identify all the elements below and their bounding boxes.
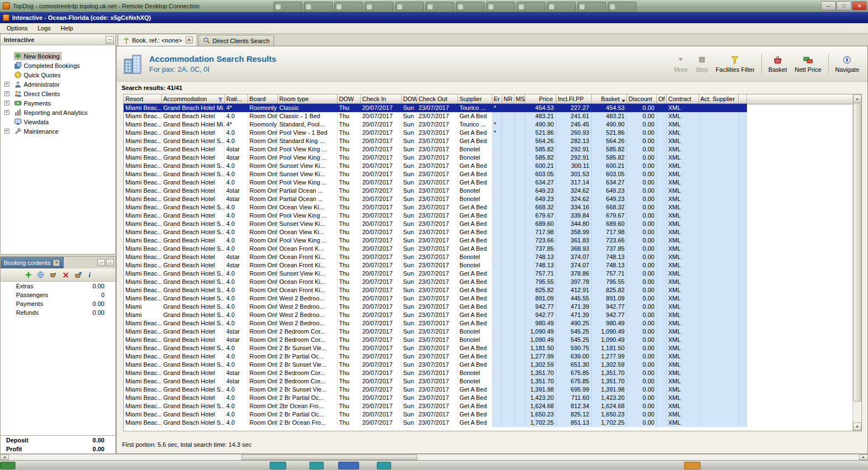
restore-panel-icon[interactable]: □ [106,259,114,266]
table-row[interactable]: Miami Beac...Grand Beach Hotel4.0Room On… [124,129,746,137]
column-header-nr[interactable]: NR [502,94,514,104]
sidebar-item-completed-bookings[interactable]: Completed Bookings [1,61,115,70]
table-row[interactable]: Miami Beac...Grand Beach Hotel S...4.0Ro… [124,294,746,303]
close-icon[interactable]: ✕ [852,1,867,10]
scroll-right-icon[interactable]: ► [859,455,868,460]
table-row[interactable]: Miami Beac...Grand Beach Hotel S...4.0Ro… [124,137,746,145]
stop-button[interactable]: Stop [692,53,712,75]
background-window-tab[interactable] [547,2,576,12]
globe-button[interactable] [37,271,44,278]
expand-plus-icon[interactable]: + [4,82,9,87]
filter-icon[interactable] [218,96,223,104]
background-window-tab[interactable] [608,2,636,12]
table-row[interactable]: Miami Beac...Grand Beach Hotel4.0Room On… [124,212,746,220]
table-row[interactable]: Miami Beac...Grand Beach Hotel S...4.0Ro… [124,245,746,253]
basket-button[interactable]: Basket [765,53,791,75]
table-row[interactable]: MiamiGrand Beach Hotel S...4.0Room OnlyW… [124,311,746,319]
table-row[interactable]: Miami Beac...Grand Beach Hotel4starRoom … [124,369,746,377]
table-row[interactable]: Miami Beac...Grand Beach Hotel S...4.0Ro… [124,170,746,178]
column-header-board[interactable]: Board [248,94,277,104]
table-row[interactable]: Miami Beac...Grand Beach Hotel S...4.0Ro… [124,319,746,328]
nett-price-button[interactable]: Nett Price [791,53,825,75]
background-window-tab[interactable] [456,2,485,12]
table-row[interactable]: Miami Beac...Grand Beach Hotel4.0Room On… [124,178,746,187]
sidebar-item-direct-clients[interactable]: +Direct Clients [1,89,115,98]
delete-button[interactable] [62,272,69,278]
background-window-tab[interactable] [425,2,454,12]
background-window-tab[interactable] [273,2,302,12]
column-header-accommodation[interactable]: Accommodation [161,94,224,104]
column-header-price[interactable]: Price [525,94,556,104]
background-window-tab[interactable] [334,2,363,12]
basket-up-button[interactable] [74,271,82,278]
vertical-scrollbar[interactable]: ▲ ▼ [853,94,861,431]
column-header-discount[interactable]: Discount [627,94,656,104]
booking-contents-tab[interactable]: Booking contents ✕ [1,257,64,268]
table-row[interactable]: Miami Beac...Grand Beach Hotel4.0Room On… [124,112,746,120]
more-button[interactable]: More [670,53,692,75]
column-header-resort[interactable]: Resort [124,94,161,104]
table-row[interactable]: Miami Beac...Grand Beach Hotel S...4.0Ro… [124,278,746,286]
basket-add-button[interactable] [49,271,57,278]
table-row[interactable]: Miami Beac...Grand Beach Hotel4.0Room On… [124,236,746,245]
scroll-up-icon[interactable]: ▲ [853,94,861,103]
table-row[interactable]: Miami Beac...Grand Beach Hotel S...4.0Ro… [124,286,746,294]
table-row[interactable]: Miami Beac...Grand Beach Hotel S...4.0Ro… [124,220,746,228]
column-header-check-out[interactable]: Check Out [417,94,457,104]
table-row[interactable]: Miami Beac...Grand Beach Hotel Mi...4*Ro… [124,120,746,129]
expand-plus-icon[interactable]: + [4,91,9,96]
table-row[interactable]: Miami Beac...Grand Beach Hotel S...4.0Ro… [124,361,746,369]
sidebar-item-payments[interactable]: +Payments [1,98,115,108]
column-header-contract[interactable]: Contract [666,94,698,104]
table-row[interactable]: Miami Beac...Grand Beach Hotel S...4.0Ro… [124,419,746,427]
table-row[interactable]: MiamiGrand Beach Hotel S...4.0Room OnlyW… [124,303,746,311]
taskbar-item[interactable] [377,462,391,469]
expand-plus-icon[interactable]: + [4,129,9,134]
minimize-icon[interactable]: ─ [821,1,836,10]
start-button[interactable] [0,462,15,469]
horizontal-scrollbar[interactable]: ◄ ► [0,454,868,460]
column-header-er[interactable]: Er [492,94,502,104]
table-row[interactable]: Miami Beac...Grand Beach Hotel S...4.0Ro… [124,402,746,410]
column-header-check-in[interactable]: Check In [360,94,401,104]
table-row[interactable]: Miami Beac...Grand Beach Hotel4starRoom … [124,336,746,344]
column-header-incl-fl-pp[interactable]: Incl.Fl.PP [556,94,591,104]
column-header-rating[interactable]: Rati... [224,94,248,104]
navigate-button[interactable]: Navigate [832,53,863,75]
background-window-tab[interactable] [577,2,606,12]
scroll-left-icon[interactable]: ◄ [0,455,9,460]
facilities-filter-button[interactable]: Facilities Filter [712,53,758,75]
minimize-panel-icon[interactable]: ─ [97,259,105,266]
table-row[interactable]: Miami Beac...Grand Beach Hotel S...4.0Ro… [124,228,746,236]
table-row[interactable]: Miami Beac...Grand Beach Hotel4.0Room On… [124,410,746,419]
table-row[interactable]: Miami Beac...Grand Beach Hotel4starRoom … [124,253,746,261]
close-icon[interactable]: ✕ [53,260,60,266]
sidebar-item-reporting-and-analytics[interactable]: +Reporting and Analytics [1,108,115,117]
background-window-tab[interactable] [486,2,515,12]
add-button[interactable] [25,271,32,278]
collapse-panel-icon[interactable]: ─ [106,36,114,44]
expand-plus-icon[interactable]: + [4,110,9,115]
table-row[interactable]: Miami Beac...Grand Beach Hotel S...4.0Ro… [124,203,746,212]
background-window-tab[interactable] [365,2,393,12]
background-window-tab[interactable] [304,2,333,12]
table-row[interactable]: Miami Beac...Grand Beach Hotel S...4.0Ro… [124,162,746,170]
table-row[interactable]: Miami Beac...Grand Beach Hotel S...4.0Ro… [124,344,746,352]
table-row[interactable]: Miami Beac...Grand Beach Hotel4.0Room On… [124,352,746,361]
table-row[interactable]: Miami Beac...Grand Beach Hotel S...4.0Ro… [124,385,746,394]
table-row[interactable]: Miami Beac...Grand Beach Hotel4starRoom … [124,145,746,154]
vertical-scrollbar-thumb[interactable] [853,103,861,402]
taskbar-item[interactable] [338,462,359,469]
tab-direct-clients-search[interactable]: Direct Clients Search [198,35,274,46]
column-header-basket[interactable]: Basket [591,94,627,104]
sidebar-item-administrator[interactable]: +Administrator [1,80,115,89]
scroll-down-icon[interactable]: ▼ [853,423,861,431]
menu-options[interactable]: Options [2,24,33,33]
table-row[interactable]: Miami Beac...Grand Beach Hotel Mi...4*Ro… [124,104,746,113]
table-row[interactable]: Miami Beac...Grand Beach Hotel4starRoom … [124,195,746,203]
table-row[interactable]: Miami Beac...Grand Beach Hotel4starRoom … [124,377,746,385]
column-header-of[interactable]: Of [656,94,666,104]
info-button[interactable]: i [87,271,92,278]
table-row[interactable]: Miami Beac...Grand Beach Hotel4starRoom … [124,328,746,336]
sidebar-item-quick-quotes[interactable]: Quick Quotes [1,70,115,80]
